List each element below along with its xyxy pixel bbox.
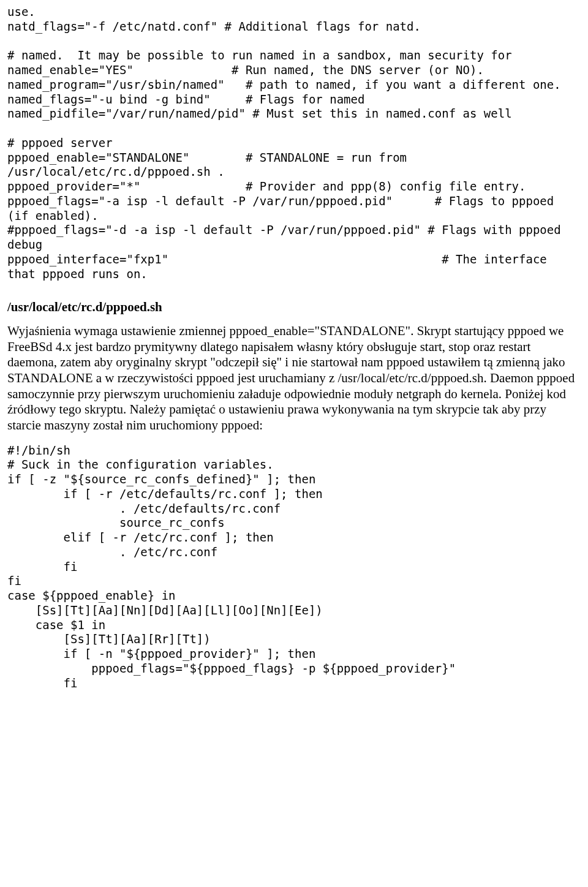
section-heading: /usr/local/etc/rc.d/pppoed.sh [7,300,581,315]
script-code-block: #!/bin/sh # Suck in the configuration va… [7,443,581,691]
config-code-block: use. natd_flags="-f /etc/natd.conf" # Ad… [7,5,581,281]
explanation-paragraph: Wyjaśnienia wymaga ustawienie zmiennej p… [7,323,581,433]
